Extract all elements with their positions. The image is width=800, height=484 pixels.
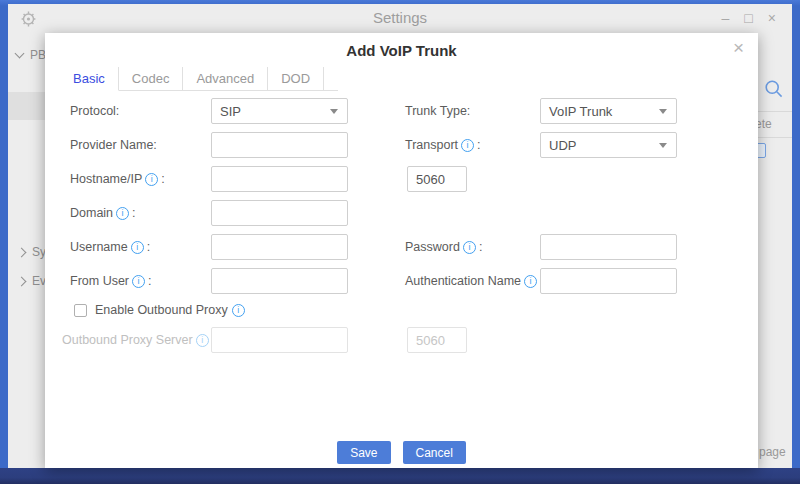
enable-outbound-proxy-label: Enable Outbound Proxy i [95, 303, 245, 317]
password-label: Password i : [405, 240, 540, 254]
window-title: Settings [8, 9, 792, 26]
authentication-name-label: Authentication Name i : [405, 274, 540, 288]
form-row: Provider Name: Transport i : UDP [45, 132, 758, 158]
outbound-proxy-server-label: Outbound Proxy Server i : [45, 333, 211, 347]
protocol-select[interactable]: SIP [211, 98, 348, 124]
protocol-label: Protocol: [45, 104, 211, 118]
from-user-input[interactable] [211, 268, 348, 294]
minimize-button[interactable]: – [722, 9, 730, 27]
chevron-right-icon [17, 247, 27, 257]
info-icon[interactable]: i [232, 304, 245, 317]
authentication-name-input[interactable] [540, 268, 677, 294]
dialog-footer: Save Cancel [45, 441, 758, 464]
provider-name-label: Provider Name: [45, 138, 211, 152]
info-icon[interactable]: i [463, 241, 476, 254]
enable-outbound-proxy-row: Enable Outbound Proxy i [74, 302, 758, 318]
form-row: Protocol: SIP Trunk Type: VoIP Trunk [45, 98, 758, 124]
form-row: From User i : Authentication Name i : [45, 268, 758, 294]
sidebar-item-system[interactable]: Sy [16, 245, 46, 259]
sidebar-selected-row [8, 92, 45, 120]
enable-outbound-proxy-checkbox[interactable] [74, 304, 87, 317]
domain-label: Domain i : [45, 206, 211, 220]
username-label: Username i : [45, 240, 211, 254]
hostname-input[interactable] [211, 166, 348, 192]
form-row: Hostname/IP i : [45, 166, 758, 192]
sidebar-item-event[interactable]: Ev [16, 274, 46, 288]
sip-port-input[interactable] [407, 166, 467, 192]
chevron-down-icon [330, 109, 338, 114]
tab-dod[interactable]: DOD [268, 67, 324, 91]
form-row: Outbound Proxy Server i : [45, 327, 758, 353]
outbound-proxy-server-input [211, 327, 348, 353]
chevron-down-icon [659, 109, 667, 114]
search-icon[interactable] [763, 78, 785, 104]
form-row: Username i : Password i : [45, 234, 758, 260]
sidebar-item-pbx[interactable]: PB [16, 48, 46, 62]
window-close-button[interactable]: × [768, 9, 776, 27]
chevron-down-icon [15, 49, 25, 59]
transport-label: Transport i : [405, 138, 540, 152]
username-input[interactable] [211, 234, 348, 260]
info-icon: i [196, 334, 209, 347]
password-input[interactable] [540, 234, 677, 260]
tab-advanced[interactable]: Advanced [183, 67, 268, 91]
maximize-button[interactable]: □ [744, 9, 752, 27]
desktop-taskbar [0, 468, 800, 484]
table-divider [755, 111, 792, 112]
table-divider [755, 137, 792, 138]
provider-name-input[interactable] [211, 132, 348, 158]
tab-codec[interactable]: Codec [119, 67, 184, 91]
domain-input[interactable] [211, 200, 348, 226]
info-icon[interactable]: i [145, 173, 158, 186]
transport-select[interactable]: UDP [540, 132, 677, 158]
pagination-text-fragment: page [759, 445, 786, 459]
save-button[interactable]: Save [337, 441, 390, 464]
cancel-button[interactable]: Cancel [403, 441, 466, 464]
tab-basic[interactable]: Basic [60, 67, 119, 91]
trunk-type-label: Trunk Type: [405, 104, 540, 118]
tabs-border-tail [324, 67, 338, 91]
trunk-form: Protocol: SIP Trunk Type: VoIP Trunk Pro… [45, 98, 758, 361]
hostname-label: Hostname/IP i : [45, 172, 211, 186]
chevron-down-icon [659, 143, 667, 148]
chevron-right-icon [17, 276, 27, 286]
outbound-proxy-port-input [407, 327, 467, 353]
close-icon[interactable]: × [733, 38, 744, 58]
from-user-label: From User i : [45, 274, 211, 288]
window-titlebar: Settings – □ × [8, 4, 792, 32]
info-icon[interactable]: i [116, 207, 129, 220]
info-icon[interactable]: i [131, 241, 144, 254]
add-voip-trunk-dialog: Add VoIP Trunk × Basic Codec Advanced DO… [45, 33, 758, 468]
trunk-type-select[interactable]: VoIP Trunk [540, 98, 677, 124]
form-row: Domain i : [45, 200, 758, 226]
info-icon[interactable]: i [132, 275, 145, 288]
dialog-title: Add VoIP Trunk [45, 42, 758, 59]
info-icon[interactable]: i [524, 275, 537, 288]
dialog-tabs: Basic Codec Advanced DOD [60, 67, 338, 91]
info-icon[interactable]: i [461, 139, 474, 152]
